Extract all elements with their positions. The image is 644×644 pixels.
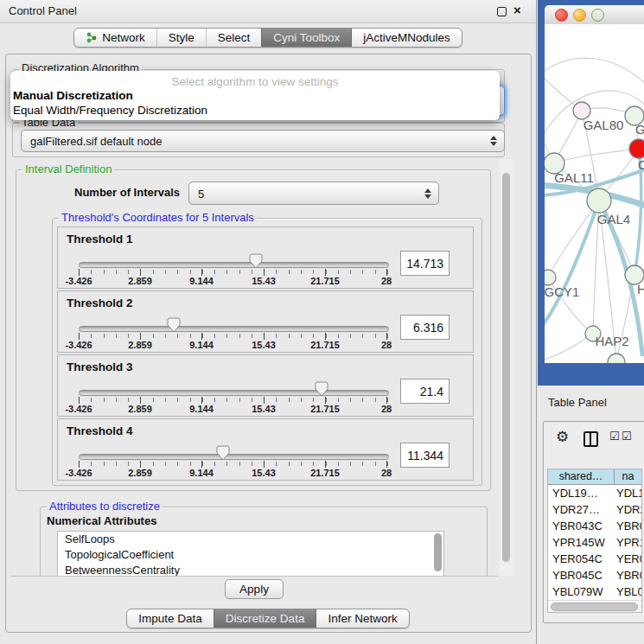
attributes-list: SelfLoops TopologicalCoefficient Between… — [57, 531, 444, 577]
node-label: C — [638, 157, 644, 172]
maximize-traffic-icon[interactable] — [591, 9, 604, 22]
table-row[interactable]: YDL19…YDL1 — [548, 485, 641, 501]
node-label: GAL4 — [597, 212, 630, 226]
algorithm-prompt: Select algorithm to view settings — [10, 75, 500, 88]
network-icon — [86, 32, 98, 43]
algorithm-option-manual[interactable]: Manual Discretization — [13, 89, 133, 102]
scrollbar-thumb[interactable] — [551, 603, 638, 611]
node-label: GAL11 — [554, 170, 594, 185]
column-header-shared-name[interactable]: shared… — [548, 469, 615, 484]
scrollbar-thumb[interactable] — [502, 173, 510, 562]
top-tab-bar: Network Style Select Cyni Toolbox jActiv… — [0, 28, 536, 48]
tab-cyni-toolbox[interactable]: Cyni Toolbox — [261, 29, 351, 47]
network-canvas[interactable]: GAL80 GA GAL11 GAL4 GCY1 H HAP2 C — [545, 24, 644, 363]
threshold-value-field[interactable]: 21.4 — [400, 379, 450, 404]
node-label: GAL80 — [583, 118, 624, 132]
node-label: GA — [635, 122, 644, 137]
gear-icon[interactable]: ⚙ — [556, 430, 569, 444]
coords-group-title: Threshold's Coordinates for 5 Intervals — [59, 212, 257, 224]
slider-track[interactable] — [79, 262, 389, 268]
column-header-name[interactable]: na — [615, 469, 641, 484]
num-intervals-combo[interactable]: 5 — [188, 182, 439, 205]
node-red-selected[interactable] — [629, 139, 644, 158]
slider-handle[interactable] — [216, 445, 230, 461]
tab-style[interactable]: Style — [156, 29, 206, 47]
close-icon[interactable]: × — [513, 3, 521, 17]
bottom-tab-bar: Impute Data Discretize Data Infer Networ… — [0, 609, 536, 628]
settings-viewport: Interval Definition Number of Intervals … — [10, 159, 498, 577]
threshold-panel-3: Threshold 3 -3.426 2.859 9.144 15.43 21.… — [57, 354, 474, 417]
apply-button[interactable]: Apply — [225, 579, 284, 599]
slider-track[interactable] — [79, 326, 389, 332]
slider-ticks — [79, 334, 388, 338]
node-partial[interactable] — [608, 354, 625, 363]
tab-jactivemnodules[interactable]: jActiveMNodules — [351, 29, 462, 47]
node-gal80[interactable] — [573, 102, 590, 119]
tab-discretize-data[interactable]: Discretize Data — [214, 609, 316, 628]
node-gal4[interactable] — [587, 188, 611, 213]
list-item[interactable]: BetweennessCentrality — [58, 563, 443, 577]
slider-handle[interactable] — [315, 381, 328, 397]
numerical-attributes-label: Numerical Attributes — [47, 514, 156, 527]
threshold-panel-2: Threshold 2 -3.426 2.859 9.144 15.43 21.… — [57, 290, 474, 353]
threshold-panel-4: Threshold 4 -3.426 2.859 9.144 15.43 21.… — [57, 418, 474, 481]
table-row[interactable]: YER054CYER0 — [548, 551, 641, 567]
combo-arrows-icon — [424, 188, 431, 199]
table-header-row: shared… na — [548, 469, 641, 485]
tab-select[interactable]: Select — [206, 29, 262, 47]
threshold-panel-1: Threshold 1 -3.426 2.859 9.144 15.43 21.… — [57, 226, 474, 289]
table-row[interactable]: YPR145WYPR1 — [548, 534, 641, 551]
settings-scrollbar[interactable] — [500, 159, 513, 576]
split-columns-icon[interactable] — [583, 431, 598, 447]
tab-network[interactable]: Network — [74, 29, 156, 47]
minimize-traffic-icon[interactable] — [573, 9, 586, 22]
num-intervals-label: Number of Intervals — [74, 186, 180, 199]
table-row[interactable]: YBR045CYBR0 — [548, 567, 641, 583]
slider-handle[interactable] — [249, 253, 263, 269]
tab-impute-data[interactable]: Impute Data — [127, 609, 214, 628]
panel-title: Control Panel — [9, 4, 77, 17]
table-data-combo[interactable]: galFiltered.sif default node — [21, 130, 505, 152]
control-panel: Control Panel × Network Style Select Cyn… — [0, 0, 537, 644]
close-traffic-icon[interactable] — [555, 9, 568, 22]
slider-track[interactable] — [79, 390, 389, 396]
table-row[interactable]: YBR043CYBR0 — [548, 518, 641, 534]
interval-group-title: Interval Definition — [22, 163, 114, 175]
slider-ticks — [79, 398, 388, 402]
checkbox-icon[interactable]: ☑ — [609, 430, 620, 443]
list-item[interactable]: SelfLoops — [58, 532, 443, 547]
table-row[interactable]: YDR27…YDR2 — [548, 501, 641, 518]
table-panel: ⚙ ☑ ☑ shared… na YDL19…YDL1 YDR27…YDR2 Y… — [543, 421, 644, 623]
node-label: GCY1 — [545, 284, 579, 299]
checkbox-icon[interactable]: ☑ — [622, 430, 632, 443]
threshold-value-field[interactable]: 11.344 — [400, 443, 450, 468]
slider-ticks — [79, 462, 388, 466]
control-panel-titlebar: Control Panel × — [0, 0, 536, 23]
network-nodes[interactable] — [545, 102, 644, 363]
node-label: HAP2 — [595, 334, 628, 348]
threshold-value-field[interactable]: 6.316 — [400, 315, 450, 340]
slider-track[interactable] — [79, 454, 389, 460]
algorithm-dropdown: Select algorithm to view settings Manual… — [10, 71, 500, 120]
network-window[interactable]: GAL80 GA GAL11 GAL4 GCY1 H HAP2 C — [538, 0, 644, 386]
node-label: H — [637, 282, 644, 296]
table-row[interactable]: YBL079WYBL0 — [548, 583, 641, 600]
tab-infer-network[interactable]: Infer Network — [316, 609, 408, 628]
table-horizontal-scrollbar[interactable] — [548, 600, 641, 612]
node-table: shared… na YDL19…YDL1 YDR27…YDR2 YBR043C… — [547, 469, 642, 613]
float-icon[interactable] — [497, 7, 507, 16]
table-panel-title: Table Panel — [548, 396, 607, 409]
list-scrollbar[interactable] — [434, 533, 442, 571]
algorithm-option-equal-width[interactable]: Equal Width/Frequency Discretization — [13, 104, 207, 117]
slider-ticks — [79, 270, 388, 274]
slider-handle[interactable] — [167, 317, 181, 333]
attributes-group-title: Attributes to discretize — [47, 501, 163, 513]
list-item[interactable]: TopologicalCoefficient — [58, 547, 443, 563]
combo-arrows-icon — [490, 136, 497, 146]
threshold-value-field[interactable]: 14.713 — [400, 251, 450, 276]
node-gcy1[interactable] — [545, 270, 556, 285]
network-window-titlebar[interactable] — [545, 5, 644, 25]
